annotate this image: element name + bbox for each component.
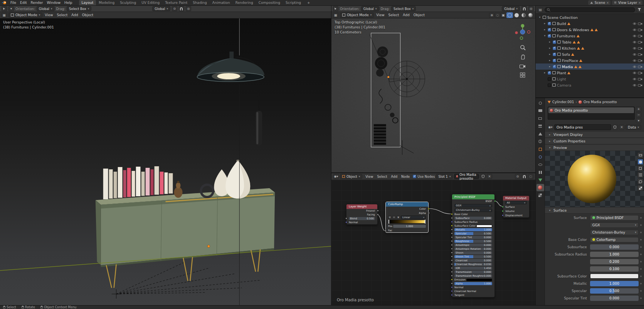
node-menu-node[interactable]: Node [399, 175, 412, 179]
snap-magnet-icon[interactable] [521, 6, 527, 11]
hide-eye-icon[interactable] [632, 22, 637, 25]
disable-render-camera-icon[interactable] [638, 84, 642, 87]
color-socket[interactable] [451, 225, 453, 227]
value-socket[interactable] [451, 263, 453, 265]
transform-pivot-icon[interactable]: ⊙ [172, 6, 177, 11]
workspace-tab-scripting[interactable]: Scripting [283, 0, 304, 5]
hide-eye-icon[interactable] [632, 65, 637, 68]
panel-viewport-display[interactable]: Viewport Display [545, 131, 644, 138]
value-socket[interactable] [451, 248, 453, 250]
animate-dot[interactable] [640, 254, 642, 255]
disable-render-camera-icon[interactable] [638, 40, 642, 43]
node-color-ramp[interactable]: ColorRamp Color Alpha + − ▾ Linear [385, 202, 429, 233]
value-field[interactable]: 0.200 [590, 259, 639, 264]
expand-caret-icon[interactable] [543, 71, 546, 74]
expand-caret-icon[interactable] [543, 22, 546, 25]
material-slot-item[interactable]: Oro Madia presotto [548, 107, 634, 113]
color-swatch[interactable] [476, 225, 492, 227]
disable-render-camera-icon[interactable] [638, 65, 642, 68]
viewport-top-menu-object[interactable]: Object [412, 13, 427, 17]
node-input-subsurface[interactable]: Subsurface0.000 [452, 216, 494, 220]
node-menu-add[interactable]: Add [389, 175, 399, 179]
slot-dropdown[interactable]: Slot 1 [436, 174, 453, 179]
expand-caret-icon[interactable] [548, 40, 552, 43]
outliner-item-furnitures[interactable]: Furnitures [536, 33, 644, 39]
disable-render-camera-icon[interactable] [638, 47, 642, 50]
collection-checkbox[interactable] [553, 65, 556, 68]
transform-pivot-dropdown[interactable]: Global [152, 6, 170, 11]
value-slider[interactable]: Clearcoat Roughness0.030 [454, 263, 492, 266]
value-slider[interactable]: Transmission0.000 [454, 271, 492, 274]
menu-help[interactable]: Help [62, 1, 74, 5]
hide-eye-icon[interactable] [632, 47, 637, 50]
node-input-sheen-tint[interactable]: Sheen Tint0.500 [452, 255, 494, 259]
viewport-top-menu-view[interactable]: View [374, 13, 386, 17]
viewport-menu-add[interactable]: Add [69, 13, 80, 17]
remove-slot-button[interactable]: − [636, 112, 641, 117]
animate-dot[interactable] [640, 224, 642, 226]
value-socket[interactable] [451, 240, 453, 242]
collection-checkbox[interactable] [553, 53, 556, 56]
viewport-top-canvas[interactable]: Top Orthographic (Local) (38) Furnitures… [331, 18, 535, 172]
animate-dot[interactable] [640, 232, 642, 233]
value-field[interactable]: 0.100 [590, 266, 639, 272]
properties-tab-viewlayer[interactable] [536, 122, 544, 130]
shading-wireframe-button[interactable] [506, 12, 513, 18]
collection-checkbox[interactable] [548, 34, 551, 38]
node-input-clearcoat-roughness[interactable]: Clearcoat Roughness0.030 [452, 262, 494, 266]
node-input-subsurface-color[interactable]: Subsurface Color [452, 224, 494, 228]
viewport-menu-object[interactable]: Object [80, 13, 95, 17]
collection-checkbox[interactable] [548, 71, 551, 75]
editor-type-icon[interactable]: ◉▾ [333, 174, 339, 179]
value-slider[interactable]: Transmission Roughness0.000 [454, 274, 492, 277]
value-slider[interactable]: Metallic1.000 [454, 228, 492, 231]
animate-dot[interactable] [640, 297, 642, 299]
node-menu-select[interactable]: Select [375, 175, 389, 179]
add-workspace-button[interactable]: + [306, 1, 312, 5]
properties-tab-world[interactable] [536, 138, 544, 145]
distribution-dropdown[interactable]: GGX [454, 204, 492, 207]
value-slider[interactable]: Sheen0.000 [454, 251, 492, 254]
outliner-item-doors-windows[interactable]: Doors & Windows [536, 27, 644, 33]
blender-logo-icon[interactable] [2, 1, 7, 5]
properties-tab-tool[interactable] [536, 99, 544, 107]
vector-socket[interactable] [451, 290, 453, 292]
outliner-item-plant[interactable]: Plant [536, 70, 644, 76]
input-socket[interactable] [345, 221, 347, 223]
ramp-options-icon[interactable]: ▾ [397, 215, 400, 219]
viewport-top-menu-select[interactable]: Select [387, 13, 401, 17]
zoom-icon[interactable] [520, 45, 526, 50]
node-input-roughness[interactable]: Roughness0.500 [452, 239, 494, 243]
add-slot-button[interactable]: + [636, 107, 641, 112]
slot-specials-icon[interactable]: ▾ [636, 118, 641, 123]
editor-type-icon[interactable]: ▦ [2, 13, 7, 18]
output-socket[interactable] [377, 214, 379, 215]
value-socket[interactable] [451, 252, 453, 254]
mode-dropdown[interactable]: Object Mode [8, 13, 42, 18]
outliner-item-scene-collection[interactable]: Scene Collection [536, 14, 644, 20]
scene-selector[interactable]: Scene × [588, 0, 610, 5]
vector-socket[interactable] [451, 294, 453, 296]
menu-render[interactable]: Render [29, 1, 45, 5]
viewport-top-menu-add[interactable]: Add [401, 13, 411, 17]
preview-flat-button[interactable] [637, 152, 643, 158]
node-input-subsurface-radius[interactable]: Subsurface Radius [452, 220, 494, 224]
material-slot-list[interactable]: Oro Madia presotto [548, 107, 635, 120]
disable-render-camera-icon[interactable] [638, 59, 642, 62]
panel-surface[interactable]: Surface [545, 207, 644, 214]
move-view-hand-icon[interactable] [520, 54, 526, 60]
outliner-item-madia[interactable]: Madia [536, 63, 644, 70]
node-input-metallic[interactable]: Metallic1.000 [452, 228, 494, 232]
subsurface-method-dropdown[interactable]: Christensen-Burley [454, 209, 492, 212]
node-link-button[interactable]: Principled BSDF [590, 215, 639, 220]
view-layer-selector[interactable]: View Layer × [612, 0, 642, 5]
value-socket[interactable] [451, 229, 453, 230]
overlays-toggle-icon[interactable]: ◌ [528, 174, 533, 179]
node-input-ior[interactable]: IOR1.450 [452, 266, 494, 270]
properties-tab-texture[interactable] [536, 192, 544, 199]
editor-type-icon[interactable]: ▤ [538, 7, 543, 12]
workspace-tab-compositing[interactable]: Compositing [256, 0, 283, 5]
value-socket[interactable] [451, 236, 453, 238]
shader-type-dropdown[interactable]: Object [340, 174, 362, 179]
value-socket[interactable] [451, 259, 453, 261]
